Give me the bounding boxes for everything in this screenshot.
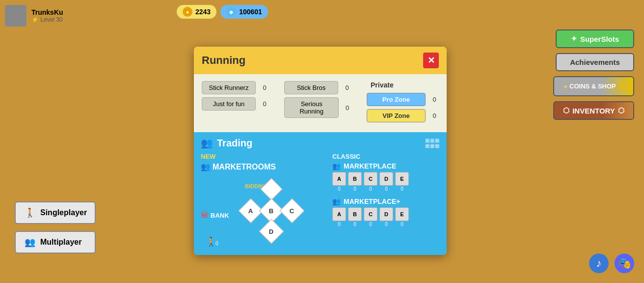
serious-running-count: 0 (343, 104, 352, 112)
modal-close-button[interactable]: ✕ (423, 53, 439, 68)
music-button[interactable]: ♪ (589, 254, 609, 273)
slot-plus-e[interactable]: E (395, 207, 409, 221)
diamond-c-btn[interactable]: C (280, 198, 305, 224)
trading-grid-icon: ▦▦▦▦▦▦ (425, 138, 440, 148)
marketplace-row: 👥 MARKETPLACE A 0 B 0 C (332, 162, 440, 192)
multiplayer-icon: 👥 (25, 237, 35, 248)
new-label: NEW (201, 153, 322, 160)
serious-running-row: Serious Running 0 (284, 97, 352, 118)
diamond-a: A 0 (241, 202, 261, 222)
marketplace-icon: 👥 (332, 162, 341, 170)
slot-a[interactable]: A (332, 172, 346, 186)
marketplace-plus-title: 👥 MARKETPLACE+ (332, 198, 440, 205)
run-right-col: Private Pro Zone 0 VIP Zone 0 (367, 81, 439, 125)
trading-section: 👥 Trading ▦▦▦▦▦▦ NEW 👥 MARKETROOMS 🏛 BAN (194, 132, 447, 255)
top-bar: TrunksKu ⚡ Level 30 (5, 5, 63, 27)
classic-label: CLASSIC (332, 153, 440, 160)
stick-runnerz-row: Stick Runnerz 0 (202, 81, 269, 94)
marketplace-slots: A 0 B 0 C 0 D 0 (332, 172, 440, 192)
discord-icon-symbol: 🎭 (618, 257, 631, 270)
sidebar-left: 🚶 Singleplayer 👥 Multiplayer (15, 201, 96, 254)
singleplayer-button[interactable]: 🚶 Singleplayer (15, 201, 96, 224)
discord-button[interactable]: 🎭 (615, 254, 634, 273)
bottom-right-icons: ♪ 🎭 (589, 254, 634, 273)
just-for-fun-row: Just for fun 0 (202, 97, 269, 111)
diamond-d-btn[interactable]: D (259, 219, 284, 244)
private-label: Private (371, 81, 394, 89)
level-icon: ⚡ (31, 16, 39, 23)
inventory-icon2: ⬡ (618, 106, 624, 115)
marketrooms-label: 👥 MARKETROOMS (201, 162, 322, 171)
currency-bar: ● 2243 ◆ 100601 (177, 5, 268, 19)
bottom-count: 0 (215, 241, 218, 246)
inventory-icon: ⬡ (563, 106, 569, 115)
slot-plus-d[interactable]: D (379, 207, 393, 221)
run-mid-col: Stick Bros 0 Serious Running 0 (284, 81, 352, 121)
trading-content: NEW 👥 MARKETROOMS 🏛 BANK BIDDING (201, 153, 440, 242)
trading-title: 👥 Trading (201, 137, 252, 149)
stick-bros-button[interactable]: Stick Bros (284, 81, 338, 94)
serious-running-button[interactable]: Serious Running (284, 97, 339, 118)
slot-d[interactable]: D (379, 172, 393, 186)
market-right: CLASSIC 👥 MARKETPLACE A 0 B (332, 153, 440, 242)
running-modal: Running ✕ Stick Runnerz 0 Just for fun 0 (194, 47, 447, 255)
running-section: Stick Runnerz 0 Just for fun 0 Stick Bro… (194, 74, 447, 132)
run-left-col: Stick Runnerz 0 Just for fun 0 (202, 81, 269, 113)
marketplace-title: 👥 MARKETPLACE (332, 162, 440, 170)
pro-zone-count: 0 (429, 96, 439, 103)
slot-plus-c[interactable]: C (364, 207, 377, 221)
pro-zone-row: Pro Zone 0 (367, 93, 439, 106)
stick-runnerz-button[interactable]: Stick Runnerz (202, 81, 256, 94)
stick-bros-count: 0 (342, 84, 352, 91)
just-for-fun-count: 0 (260, 100, 269, 108)
slot-d-col: D 0 (379, 172, 393, 192)
slot-c[interactable]: C (364, 172, 377, 186)
slot-plus-d-col: D 0 (379, 207, 393, 227)
gem-amount: 100601 (239, 8, 262, 16)
coins-icon: ● (564, 83, 567, 90)
gem-currency: ◆ 100601 (220, 5, 268, 19)
just-for-fun-button[interactable]: Just for fun (202, 97, 256, 111)
modal-title: Running (202, 54, 245, 67)
slot-b[interactable]: B (348, 172, 362, 186)
vip-zone-count: 0 (429, 112, 439, 119)
pro-zone-button[interactable]: Pro Zone (367, 93, 426, 106)
slot-plus-a-col: A 0 (332, 207, 346, 227)
diamond-bid-top[interactable] (260, 178, 282, 200)
gold-amount: 2243 (195, 8, 211, 16)
slot-plus-b[interactable]: B (348, 207, 362, 221)
slot-plus-e-col: E 0 (395, 207, 409, 227)
modal-header: Running ✕ (194, 47, 447, 74)
slot-plus-a[interactable]: A (332, 207, 346, 221)
trading-person-icon: 👥 (201, 137, 213, 149)
multiplayer-button[interactable]: 👥 Multiplayer (15, 231, 96, 254)
slot-b-col: B 0 (348, 172, 362, 192)
slot-e[interactable]: E (395, 172, 409, 186)
sidebar-right: ✦ SuperSlots Achievements ● COINS & SHOP… (553, 29, 634, 120)
gold-currency: ● 2243 (177, 5, 216, 19)
trading-header: 👥 Trading ▦▦▦▦▦▦ (201, 137, 440, 149)
marketplace-plus-row: 👥 MARKETPLACE+ A 0 B 0 C (332, 198, 440, 227)
marketrooms-icon: 👥 (201, 162, 211, 171)
stick-runnerz-count: 0 (260, 84, 269, 91)
coins-shop-button[interactable]: ● COINS & SHOP $ (553, 76, 634, 96)
avatar (5, 5, 27, 27)
username: TrunksKu (31, 8, 63, 16)
diamond-d: D 0 (262, 223, 281, 242)
gem-icon: ◆ (226, 7, 236, 17)
superslots-icon: ✦ (571, 34, 577, 43)
coin-icon: ● (183, 7, 192, 17)
user-level: ⚡ Level 30 (31, 16, 63, 23)
vip-zone-row: VIP Zone 0 (367, 109, 439, 122)
market-left: NEW 👥 MARKETROOMS 🏛 BANK BIDDING (201, 153, 322, 242)
slot-c-col: C 0 (364, 172, 377, 192)
superslots-button[interactable]: ✦ SuperSlots (556, 29, 634, 48)
slot-plus-c-col: C 0 (364, 207, 377, 227)
diamond-c-area: 0 C (282, 202, 302, 222)
marketplace-plus-slots: A 0 B 0 C 0 D 0 (332, 207, 440, 227)
inventory-button[interactable]: ⬡ INVENTORY ⬡ (553, 101, 634, 120)
person-bottom-icon: 🚶 (206, 236, 216, 247)
dollar-icon: $ (619, 81, 624, 91)
achievements-button[interactable]: Achievements (556, 53, 634, 71)
vip-zone-button[interactable]: VIP Zone (367, 109, 426, 122)
